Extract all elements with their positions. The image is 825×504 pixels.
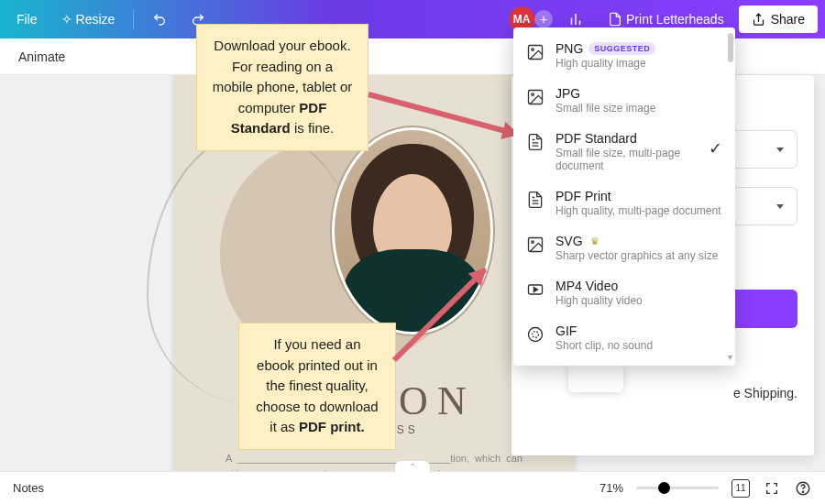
svg-point-7 bbox=[529, 328, 543, 342]
page-count-button[interactable]: 11 bbox=[732, 479, 750, 498]
resize-button[interactable]: ✧ Resize bbox=[52, 6, 125, 32]
image-icon bbox=[526, 236, 544, 254]
portrait-image bbox=[335, 130, 490, 332]
filetype-option-svg[interactable]: SVG♛ Sharp vector graphics at any size bbox=[513, 225, 735, 270]
option-title: PDF Standard bbox=[556, 131, 698, 146]
page-body-text: A ______________________________________… bbox=[226, 451, 522, 471]
chevron-down-icon bbox=[776, 204, 784, 209]
zoom-value[interactable]: 71% bbox=[600, 481, 623, 495]
undo-icon bbox=[152, 12, 167, 27]
annotation-pdf-standard: Download your ebook. For reading on a mo… bbox=[196, 24, 368, 151]
suggested-badge: SUGGESTED bbox=[588, 42, 655, 55]
doc-icon bbox=[608, 12, 622, 27]
filetype-option-jpg[interactable]: JPG Small file size image bbox=[513, 78, 735, 123]
fullscreen-icon bbox=[764, 481, 779, 496]
video-icon bbox=[526, 280, 544, 299]
svg-point-3 bbox=[532, 93, 534, 96]
add-member-button[interactable]: + bbox=[534, 10, 553, 28]
option-title: PNG bbox=[556, 41, 583, 56]
chevron-down-icon bbox=[776, 148, 784, 152]
option-desc: Short clip, no sound bbox=[556, 339, 722, 352]
option-title: SVG bbox=[556, 234, 583, 248]
option-title: PDF Print bbox=[556, 189, 722, 203]
document-icon bbox=[526, 133, 544, 151]
page-drag-handle[interactable]: ⌃ bbox=[394, 460, 431, 473]
help-icon bbox=[795, 480, 811, 497]
scrollbar-thumb[interactable] bbox=[728, 33, 733, 62]
zoom-slider[interactable] bbox=[636, 487, 719, 489]
crown-icon: ♛ bbox=[590, 236, 600, 247]
svg-point-1 bbox=[532, 49, 534, 51]
file-type-dropdown: ▾ PNGSUGGESTED High quality image JPG Sm… bbox=[513, 27, 735, 366]
image-icon bbox=[526, 88, 544, 106]
filetype-option-mp4[interactable]: MP4 Video High quality video bbox=[513, 270, 735, 315]
file-menu[interactable]: File bbox=[7, 6, 47, 32]
zoom-slider-thumb[interactable] bbox=[658, 482, 670, 494]
scrollbar-down[interactable]: ▾ bbox=[726, 353, 733, 360]
filetype-option-pdf-standard[interactable]: PDF Standard Small file size, multi-page… bbox=[513, 123, 735, 181]
filetype-option-pdf-print[interactable]: PDF Print High quality, multi-page docum… bbox=[513, 181, 735, 225]
svg-point-10 bbox=[802, 491, 803, 492]
filetype-option-png[interactable]: PNGSUGGESTED High quality image bbox=[513, 33, 735, 78]
option-desc: Small file size image bbox=[556, 102, 722, 115]
share-icon bbox=[752, 13, 765, 27]
animate-button[interactable]: Animate bbox=[9, 44, 74, 70]
option-desc: High quality image bbox=[556, 57, 722, 70]
option-desc: High quality video bbox=[556, 294, 722, 307]
svg-point-8 bbox=[533, 332, 539, 338]
gif-icon bbox=[526, 325, 544, 344]
option-desc: Sharp vector graphics at any size bbox=[556, 249, 722, 262]
page-actions-popover[interactable] bbox=[568, 361, 623, 392]
undo-button[interactable] bbox=[143, 6, 176, 32]
shipping-note: e Shipping. bbox=[733, 386, 798, 400]
option-title: GIF bbox=[556, 323, 722, 338]
document-icon bbox=[526, 191, 544, 209]
notes-button[interactable]: Notes bbox=[13, 481, 44, 495]
svg-point-5 bbox=[532, 241, 534, 244]
option-title: MP4 Video bbox=[556, 279, 722, 293]
share-button[interactable]: Share bbox=[739, 5, 818, 33]
chart-icon bbox=[567, 11, 584, 27]
fullscreen-button[interactable] bbox=[763, 479, 781, 498]
toolbar-divider bbox=[133, 9, 134, 29]
option-desc: Small file size, multi-page document bbox=[556, 147, 698, 172]
check-icon: ✓ bbox=[709, 138, 722, 159]
option-desc: High quality, multi-page document bbox=[556, 204, 722, 217]
image-icon bbox=[526, 43, 544, 61]
help-button[interactable] bbox=[794, 479, 812, 498]
option-title: JPG bbox=[556, 86, 722, 101]
annotation-pdf-print: If you need an ebook printed out in the … bbox=[238, 323, 396, 450]
filetype-option-gif[interactable]: GIF Short clip, no sound bbox=[513, 315, 735, 360]
bottom-toolbar: Notes 71% 11 bbox=[0, 471, 825, 504]
